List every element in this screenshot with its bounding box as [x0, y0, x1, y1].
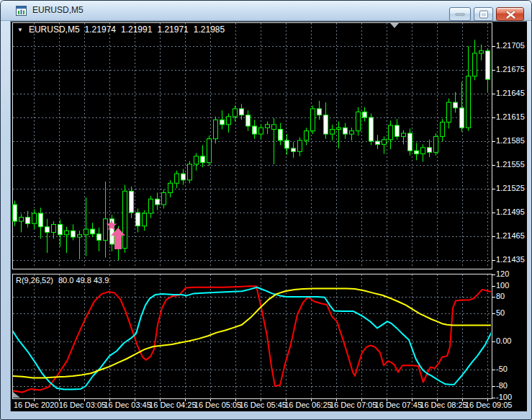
header-symbol: EURUSD,M5	[29, 24, 80, 35]
chart-canvas	[1, 1, 532, 420]
symbol-dropdown-icon[interactable]: ▼	[17, 27, 23, 33]
price-axis[interactable]	[492, 22, 527, 398]
indicator-label: R(9,26,52) 80.0 49.8 43.9	[16, 276, 109, 285]
subwindow-resize-grip[interactable]	[13, 392, 20, 398]
pane-divider[interactable]	[12, 269, 492, 274]
chart-shift-marker	[390, 23, 399, 28]
chart-ohlc-header: ▼ EURUSD,M5 1.21974 1.21991 1.21971 1.21…	[17, 24, 225, 35]
time-axis[interactable]	[12, 399, 492, 411]
grid-lines	[13, 23, 491, 398]
indicator-name: R(9,26,52)	[16, 276, 53, 285]
red-line	[12, 286, 491, 392]
header-close: 1.21985	[194, 24, 225, 35]
indicator-lines	[12, 286, 492, 392]
header-open: 1.21974	[85, 24, 116, 35]
chart-window: EURUSD,M5 1.217051.216751.21	[0, 0, 532, 420]
header-low: 1.21971	[157, 24, 188, 35]
candlestick-series	[13, 40, 490, 260]
indicator-values: 80.0 49.8 43.9	[58, 276, 109, 285]
header-high: 1.21991	[121, 24, 152, 35]
